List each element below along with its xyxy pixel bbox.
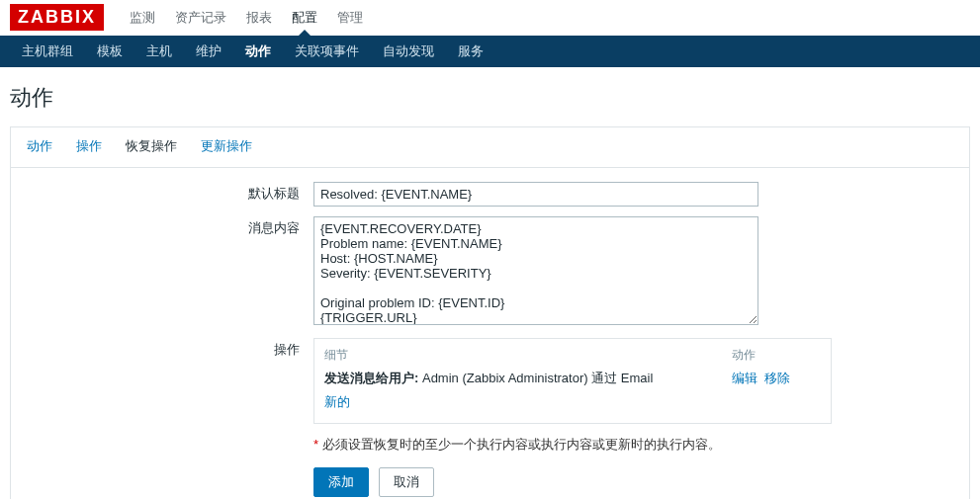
- subnav-item-actions[interactable]: 动作: [233, 36, 283, 67]
- topnav-item-inventory[interactable]: 资产记录: [165, 0, 236, 36]
- subnav-item-hostgroups[interactable]: 主机群组: [10, 36, 85, 67]
- tab-update-operations[interactable]: 更新操作: [189, 127, 264, 167]
- ops-header-detail: 细节: [324, 347, 732, 364]
- warning-text: *必须设置恢复时的至少一个执行内容或执行内容或更新时的执行内容。: [313, 436, 953, 454]
- topnav-item-administration[interactable]: 管理: [327, 0, 373, 36]
- operation-edit-link[interactable]: 编辑: [732, 371, 757, 385]
- operation-new: 新的: [324, 393, 821, 411]
- label-message: 消息内容: [27, 216, 313, 237]
- operation-text: Admin (Zabbix Administrator) 通过 Email: [418, 371, 653, 385]
- row-message: 消息内容 {EVENT.RECOVERY.DATE} Problem name:…: [27, 216, 953, 328]
- operations-header: 细节 动作: [324, 347, 821, 364]
- cancel-button[interactable]: 取消: [379, 467, 434, 497]
- operation-remove-link[interactable]: 移除: [764, 371, 790, 385]
- operation-actions: 编辑 移除: [732, 370, 821, 387]
- operation-new-link[interactable]: 新的: [324, 394, 350, 409]
- row-default-subject: 默认标题: [27, 182, 953, 207]
- tabs: 动作 操作 恢复操作 更新操作: [11, 127, 969, 168]
- operation-prefix: 发送消息给用户:: [324, 371, 418, 385]
- subnav-item-discovery[interactable]: 自动发现: [371, 36, 446, 67]
- ops-header-action: 动作: [732, 347, 821, 364]
- subnav-item-maintenance[interactable]: 维护: [184, 36, 233, 67]
- subnav-item-templates[interactable]: 模板: [85, 36, 134, 67]
- operations-box: 细节 动作 发送消息给用户: Admin (Zabbix Administrat…: [313, 338, 832, 424]
- input-default-subject[interactable]: [313, 182, 758, 207]
- row-operations: 操作 细节 动作 发送消息给用户: Admin (Zabbix Administ…: [27, 338, 953, 497]
- textarea-message[interactable]: {EVENT.RECOVERY.DATE} Problem name: {EVE…: [313, 216, 758, 325]
- topnav-item-configuration[interactable]: 配置: [282, 0, 327, 36]
- logo: ZABBIX: [10, 4, 104, 31]
- topnav-item-monitoring[interactable]: 监测: [120, 0, 165, 36]
- tab-recovery-operations[interactable]: 恢复操作: [114, 127, 189, 167]
- label-operations: 操作: [27, 338, 313, 359]
- button-row: 添加 取消: [313, 467, 953, 497]
- asterisk-icon: *: [313, 437, 318, 452]
- topnav-item-reports[interactable]: 报表: [236, 0, 282, 36]
- operation-row: 发送消息给用户: Admin (Zabbix Administrator) 通过…: [324, 370, 821, 387]
- tab-action[interactable]: 动作: [15, 127, 64, 167]
- tab-operations[interactable]: 操作: [64, 127, 114, 167]
- top-nav: ZABBIX 监测 资产记录 报表 配置 管理: [0, 0, 980, 36]
- label-default-subject: 默认标题: [27, 182, 313, 203]
- page-title: 动作: [0, 67, 980, 126]
- warning-message: 必须设置恢复时的至少一个执行内容或执行内容或更新时的执行内容。: [322, 437, 721, 452]
- subnav-item-hosts[interactable]: 主机: [134, 36, 184, 67]
- sub-nav: 主机群组 模板 主机 维护 动作 关联项事件 自动发现 服务: [0, 36, 980, 67]
- subnav-item-correlation[interactable]: 关联项事件: [283, 36, 371, 67]
- form: 默认标题 消息内容 {EVENT.RECOVERY.DATE} Problem …: [11, 168, 969, 499]
- top-nav-items: 监测 资产记录 报表 配置 管理: [120, 0, 373, 36]
- operation-detail: 发送消息给用户: Admin (Zabbix Administrator) 通过…: [324, 370, 732, 387]
- subnav-item-services[interactable]: 服务: [446, 36, 495, 67]
- add-button[interactable]: 添加: [313, 467, 369, 497]
- card: 动作 操作 恢复操作 更新操作 默认标题 消息内容 {EVENT.RECOVER…: [10, 126, 970, 499]
